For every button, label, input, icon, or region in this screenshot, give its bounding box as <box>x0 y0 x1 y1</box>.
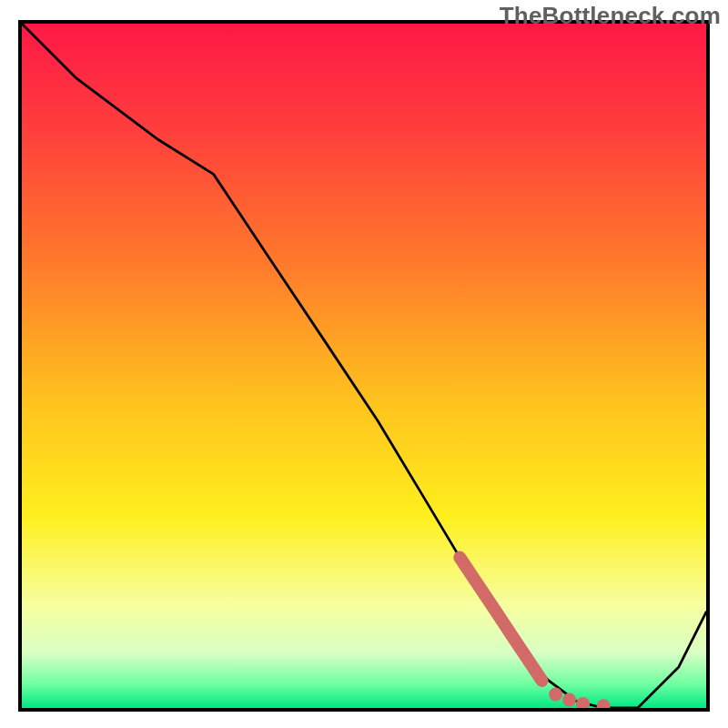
watermark-text: TheBottleneck.com <box>500 2 721 30</box>
curve-layer <box>22 24 706 708</box>
highlight-segment <box>460 558 541 681</box>
highlight-dot <box>576 697 590 708</box>
highlight-dot <box>549 688 562 702</box>
highlight-dot <box>562 693 576 707</box>
bottleneck-curve <box>22 24 706 708</box>
plot-area <box>18 20 710 712</box>
highlight-dot <box>597 699 611 708</box>
highlight-dots <box>549 688 611 709</box>
chart-container: TheBottleneck.com <box>0 0 728 728</box>
